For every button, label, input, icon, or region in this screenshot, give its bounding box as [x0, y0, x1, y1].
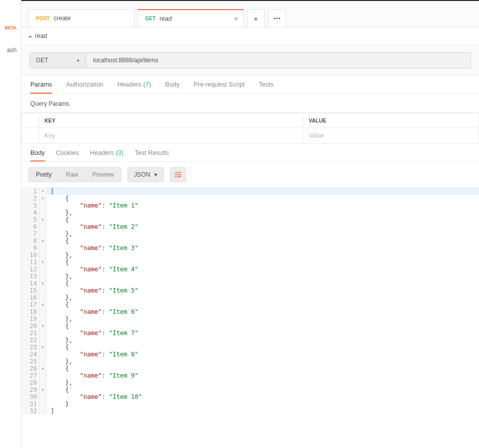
- tab-headers[interactable]: Headers (7): [117, 76, 151, 94]
- line-number: 22: [21, 337, 39, 344]
- code-text: "name": "Item 2": [47, 223, 138, 230]
- line-number: 25: [21, 358, 39, 365]
- fold-icon[interactable]: ▾: [39, 188, 47, 195]
- code-line[interactable]: 12 "name": "Item 4": [21, 266, 479, 273]
- code-line[interactable]: 4 },: [21, 209, 479, 216]
- tab-authorization[interactable]: Authorization: [66, 76, 103, 94]
- code-line[interactable]: 5▾ {: [21, 216, 479, 223]
- code-line[interactable]: 27 "name": "Item 9": [21, 372, 479, 379]
- code-line[interactable]: 25 },: [21, 358, 479, 365]
- code-line[interactable]: 6 "name": "Item 2": [21, 223, 479, 230]
- code-line[interactable]: 17▾ {: [21, 301, 479, 308]
- line-number: 16: [21, 294, 39, 301]
- fold-icon[interactable]: ▾: [39, 237, 47, 245]
- tab-prerequest[interactable]: Pre-request Script: [194, 76, 245, 94]
- code-line[interactable]: 24 "name": "Item 8": [21, 351, 479, 358]
- code-text: "name": "Item 4": [47, 266, 138, 273]
- code-line[interactable]: 14▾ {: [21, 280, 479, 287]
- new-tab-button[interactable]: +: [247, 9, 265, 27]
- fold-icon[interactable]: ▾: [39, 301, 47, 308]
- code-text: {: [47, 237, 69, 245]
- view-pretty[interactable]: Pretty: [29, 168, 59, 182]
- table-row[interactable]: Key Value: [21, 128, 479, 143]
- lang-select[interactable]: JSON ▾: [127, 167, 164, 182]
- code-line[interactable]: 19 },: [21, 315, 479, 322]
- fold-icon[interactable]: ▾: [39, 322, 47, 330]
- code-line[interactable]: 15 "name": "Item 5": [21, 287, 479, 294]
- code-line[interactable]: 22 },: [21, 337, 479, 344]
- code-line[interactable]: 26▾ {: [21, 365, 479, 372]
- fold-icon: [39, 287, 47, 294]
- param-value-input[interactable]: Value: [303, 128, 479, 143]
- view-preview[interactable]: Preview: [85, 168, 121, 182]
- code-line[interactable]: 20▾ {: [21, 322, 479, 330]
- code-line[interactable]: 29▾ {: [21, 386, 479, 393]
- method-select[interactable]: GET ▾: [29, 52, 86, 68]
- tab-more-menu[interactable]: •••: [268, 9, 286, 27]
- request-sub-tabs: Params Authorization Headers (7) Body Pr…: [21, 76, 479, 94]
- line-number: 28: [21, 379, 39, 386]
- code-line[interactable]: 11▾ {: [21, 259, 479, 266]
- line-number: 30: [21, 393, 39, 400]
- code-text: },: [47, 337, 72, 344]
- view-raw[interactable]: Raw: [59, 168, 85, 182]
- close-icon[interactable]: ×: [234, 15, 238, 23]
- fold-icon[interactable]: ▾: [39, 280, 47, 287]
- code-line[interactable]: 18 "name": "Item 6": [21, 308, 479, 315]
- code-text: },: [47, 252, 72, 259]
- line-number: 4: [21, 209, 39, 216]
- code-line[interactable]: 31 }: [21, 400, 479, 408]
- line-wrap-icon: [174, 171, 182, 179]
- method-select-value: GET: [36, 57, 49, 64]
- code-line[interactable]: 13 },: [21, 273, 479, 280]
- code-text: {: [47, 216, 69, 223]
- line-wrap-button[interactable]: [170, 167, 186, 182]
- fold-icon: [39, 358, 47, 365]
- resp-tab-tests[interactable]: Test Results: [135, 145, 169, 161]
- code-text: },: [47, 294, 72, 301]
- code-text: },: [47, 379, 72, 386]
- fold-icon: [39, 408, 47, 415]
- code-line[interactable]: 23▾ {: [21, 344, 479, 351]
- tab-params[interactable]: Params: [30, 76, 52, 94]
- fold-icon[interactable]: ▾: [39, 195, 47, 202]
- chevron-right-icon[interactable]: ▸: [29, 33, 32, 39]
- code-line[interactable]: 21 "name": "Item 7": [21, 330, 479, 337]
- fold-icon[interactable]: ▾: [39, 216, 47, 223]
- code-line[interactable]: 16 },: [21, 294, 479, 301]
- code-line[interactable]: 32]: [21, 408, 479, 415]
- request-tab-read[interactable]: GET read ×: [138, 9, 244, 27]
- code-text: {: [47, 195, 69, 202]
- code-line[interactable]: 30 "name": "Item 10": [21, 393, 479, 400]
- fold-icon[interactable]: ▾: [39, 259, 47, 266]
- code-line[interactable]: 1▾[: [21, 188, 479, 195]
- code-text: },: [47, 315, 72, 322]
- code-text: {: [47, 344, 69, 351]
- resp-tab-body[interactable]: Body: [30, 145, 45, 161]
- request-tab-create[interactable]: POST create: [28, 9, 135, 27]
- code-line[interactable]: 28 },: [21, 379, 479, 386]
- response-body-viewer[interactable]: 1▾[2▾ {3 "name": "Item 1"4 },5▾ {6 "name…: [21, 187, 479, 448]
- trash-label[interactable]: ash: [7, 47, 17, 54]
- fold-icon[interactable]: ▾: [39, 386, 47, 393]
- fold-icon[interactable]: ▾: [39, 344, 47, 351]
- code-line[interactable]: 3 "name": "Item 1": [21, 202, 479, 209]
- url-input[interactable]: localhost:8888/api/items: [86, 52, 471, 68]
- param-key-input[interactable]: Key: [39, 128, 303, 143]
- tab-tests[interactable]: Tests: [259, 76, 274, 94]
- fold-icon: [39, 266, 47, 273]
- line-number: 11: [21, 259, 39, 266]
- resp-tab-cookies[interactable]: Cookies: [56, 145, 79, 161]
- fold-icon: [39, 351, 47, 358]
- code-line[interactable]: 7 },: [21, 230, 479, 237]
- tab-body[interactable]: Body: [165, 76, 180, 94]
- code-line[interactable]: 9 "name": "Item 3": [21, 245, 479, 252]
- line-number: 12: [21, 266, 39, 273]
- resp-tab-headers[interactable]: Headers (3): [90, 145, 124, 161]
- param-key-header: KEY: [39, 113, 303, 128]
- code-line[interactable]: 10 },: [21, 252, 479, 259]
- code-line[interactable]: 8▾ {: [21, 237, 479, 245]
- code-line[interactable]: 2▾ {: [21, 195, 479, 202]
- param-checkbox[interactable]: [21, 128, 39, 143]
- fold-icon[interactable]: ▾: [39, 365, 47, 372]
